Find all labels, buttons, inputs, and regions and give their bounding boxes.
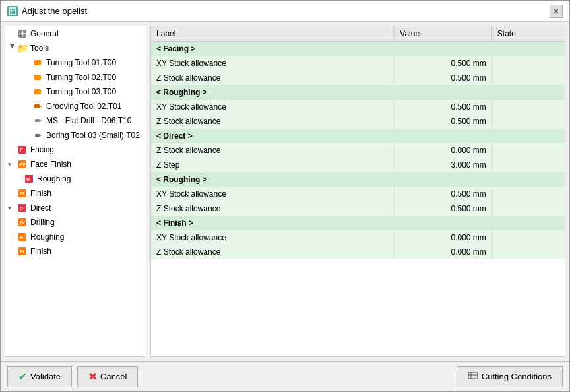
svg-marker-18 <box>40 119 42 122</box>
general-icon <box>17 28 28 39</box>
svg-rect-37 <box>468 372 478 379</box>
row-state <box>491 100 565 114</box>
header-label: Label <box>151 26 395 42</box>
section-title-3: < Roughing > <box>151 172 565 187</box>
close-button[interactable]: ✕ <box>550 5 563 18</box>
row-label: Z Stock allowance <box>151 71 395 85</box>
turning-tool-02-icon <box>33 72 44 82</box>
svg-text:R: R <box>26 177 30 181</box>
row-value: 0.500 mm <box>395 71 492 85</box>
cancel-icon: ✖ <box>88 370 97 383</box>
validate-button[interactable]: ✔ Validate <box>7 366 72 387</box>
section-header-1: < Roughing > <box>151 85 565 100</box>
row-state <box>491 56 565 71</box>
tree-label-tools: Tools <box>30 44 49 53</box>
row-label: Z Stock allowance <box>151 114 395 129</box>
table-row[interactable]: Z Stock allowance0.500 mm <box>151 114 565 129</box>
svg-rect-13 <box>34 89 41 94</box>
tree-item-general[interactable]: General <box>5 26 146 41</box>
header-value: Value <box>395 26 492 42</box>
table-row[interactable]: Z Stock allowance0.500 mm <box>151 201 565 216</box>
tree-item-tt01[interactable]: Turning Tool 01.T00 <box>5 55 146 70</box>
drilling-op-icon: Dr <box>17 217 28 228</box>
header-state: State <box>491 26 565 42</box>
tree-item-roughing2[interactable]: R Roughing <box>5 230 146 244</box>
table-row[interactable]: Z Step3.000 mm <box>151 158 565 172</box>
row-label: Z Stock allowance <box>151 201 395 216</box>
svg-rect-0 <box>9 8 16 15</box>
cutting-conditions-button[interactable]: Cutting Conditions <box>457 366 563 387</box>
table-row[interactable]: XY Stock allowance0.500 mm <box>151 56 565 71</box>
tree-label-finish2: Finish <box>30 247 51 256</box>
svg-rect-17 <box>35 119 40 122</box>
table-row[interactable]: XY Stock allowance0.500 mm <box>151 187 565 201</box>
row-value: 3.000 mm <box>395 158 492 172</box>
row-state <box>491 114 565 129</box>
finish1-op-icon: Fi <box>17 188 28 199</box>
row-value: 0.000 mm <box>395 143 492 158</box>
row-value: 0.500 mm <box>395 56 492 71</box>
svg-rect-19 <box>35 134 40 137</box>
row-label: XY Stock allowance <box>151 56 395 71</box>
tree-label-boring: Boring Tool 03 (Small).T02 <box>46 131 140 140</box>
cancel-button[interactable]: ✖ Cancel <box>77 366 138 387</box>
row-label: XY Stock allowance <box>151 230 395 245</box>
direct-op-icon: D <box>17 203 28 213</box>
facefinish-op-icon: FF <box>17 159 28 170</box>
svg-rect-9 <box>34 60 41 65</box>
arrow-direct: ▾ <box>8 205 17 211</box>
tree-item-roughing1[interactable]: R Roughing <box>5 172 146 186</box>
tree-label-facing: Facing <box>30 145 54 154</box>
tree-panel: General ▶ 📁 Tools Turning Tool 01.T00 <box>5 26 146 357</box>
svg-text:R: R <box>20 235 23 240</box>
row-state <box>491 143 565 158</box>
svg-text:Fi: Fi <box>20 249 24 254</box>
tree-item-finish2[interactable]: Fi Finish <box>5 244 146 259</box>
row-value: 0.500 mm <box>395 100 492 114</box>
tree-item-tt03[interactable]: Turning Tool 03.T00 <box>5 84 146 99</box>
roughing2-op-icon: R <box>17 232 28 242</box>
table-row[interactable]: Z Stock allowance0.500 mm <box>151 71 565 85</box>
tree-item-drilling[interactable]: Dr Drilling <box>5 215 146 230</box>
tree-label-gt01: Grooving Tool 02.T01 <box>46 102 122 111</box>
finish2-op-icon: Fi <box>17 246 28 257</box>
tree-item-facefinish[interactable]: ▾ FF Face Finish <box>5 157 146 172</box>
table-row[interactable]: Z Stock allowance0.000 mm <box>151 143 565 158</box>
turning-tool-03-icon <box>33 86 44 97</box>
svg-point-4 <box>21 32 24 35</box>
grooving-tool-icon <box>33 101 44 112</box>
tree-label-roughing1: Roughing <box>37 174 71 183</box>
validate-icon: ✔ <box>18 370 27 383</box>
row-value: 0.500 mm <box>395 187 492 201</box>
section-header-2: < Direct > <box>151 129 565 143</box>
row-state <box>491 158 565 172</box>
tools-folder-icon: 📁 <box>17 43 28 53</box>
section-header-0: < Facing > <box>151 42 565 56</box>
table-row[interactable]: XY Stock allowance0.500 mm <box>151 100 565 114</box>
svg-rect-11 <box>34 75 41 80</box>
tree-item-facing[interactable]: F Facing <box>5 143 146 157</box>
table-row[interactable]: Z Stock allowance0.000 mm <box>151 245 565 259</box>
cutting-icon <box>468 370 478 383</box>
bottom-bar: ✔ Validate ✖ Cancel Cutting Conditions <box>1 361 569 391</box>
svg-text:FF: FF <box>20 162 26 167</box>
row-label: XY Stock allowance <box>151 187 395 201</box>
tree-item-tt02[interactable]: Turning Tool 02.T00 <box>5 70 146 84</box>
tree-label-tt01: Turning Tool 01.T00 <box>46 58 116 67</box>
titlebar: Adjust the opelist ✕ <box>1 1 569 22</box>
row-state <box>491 245 565 259</box>
boring-tool-icon <box>33 130 44 141</box>
tree-item-finish1[interactable]: Fi Finish <box>5 186 146 201</box>
table-row[interactable]: XY Stock allowance0.000 mm <box>151 230 565 245</box>
tree-label-general: General <box>30 29 59 38</box>
tree-item-direct[interactable]: ▾ D Direct <box>5 201 146 215</box>
row-label: Z Step <box>151 158 395 172</box>
tree-item-drill[interactable]: MS - Flat Drill - D06.T10 <box>5 114 146 128</box>
tree-item-tools[interactable]: ▶ 📁 Tools <box>5 41 146 55</box>
tree-item-gt01[interactable]: Grooving Tool 02.T01 <box>5 99 146 114</box>
data-table: Label Value State < Facing >XY Stock all… <box>151 26 565 259</box>
row-state <box>491 201 565 216</box>
main-window: Adjust the opelist ✕ <box>0 0 570 392</box>
tree-label-finish1: Finish <box>30 189 51 198</box>
tree-item-boring[interactable]: Boring Tool 03 (Small).T02 <box>5 128 146 143</box>
